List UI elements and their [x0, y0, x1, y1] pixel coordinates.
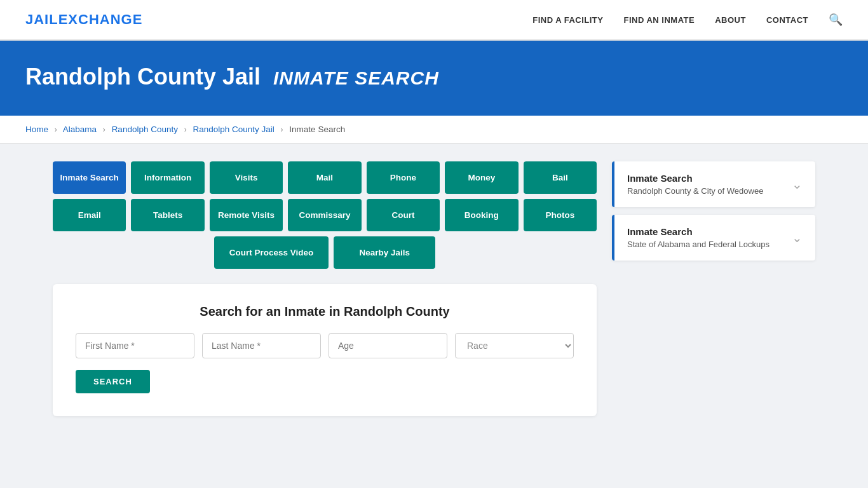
chevron-down-icon: ⌄ [792, 177, 803, 192]
nav-search-icon[interactable]: 🔍 [829, 13, 843, 27]
hero-title: Randolph County Jail INMATE SEARCH [25, 64, 843, 90]
search-form-card: Search for an Inmate in Randolph County … [53, 284, 597, 416]
sidebar-card-alabama[interactable]: Inmate Search State of Alabama and Feder… [612, 215, 815, 261]
btn-court-process-video[interactable]: Court Process Video [214, 236, 329, 269]
btn-nearby-jails[interactable]: Nearby Jails [334, 236, 435, 269]
sidebar-card-randolph-subtext: Randolph County & City of Wedowee [627, 186, 763, 196]
btn-booking[interactable]: Booking [445, 199, 518, 231]
btn-court[interactable]: Court [367, 199, 440, 231]
search-button[interactable]: SEARCH [76, 370, 150, 393]
btn-commissary[interactable]: Commissary [288, 199, 361, 231]
site-logo[interactable]: JAILEXCHANGE [25, 11, 142, 28]
first-name-input[interactable] [76, 333, 194, 358]
breadcrumb: Home › Alabama › Randolph County › Rando… [0, 116, 868, 144]
logo-jail: JAIL [25, 11, 58, 27]
breadcrumb-randolph[interactable]: Randolph County [112, 125, 178, 134]
logo-exchange: EXCHANGE [58, 11, 143, 27]
btn-bail[interactable]: Bail [524, 161, 597, 194]
btn-visits[interactable]: Visits [210, 161, 283, 194]
breadcrumb-jail[interactable]: Randolph County Jail [193, 125, 274, 134]
sidebar-card-alabama-subtext: State of Alabama and Federal Lockups [627, 240, 770, 249]
sidebar-card-alabama-heading: Inmate Search [627, 226, 770, 237]
sidebar-card-randolph[interactable]: Inmate Search Randolph County & City of … [612, 161, 815, 207]
breadcrumb-sep-1: › [55, 125, 57, 134]
btn-money[interactable]: Money [445, 161, 518, 194]
chevron-down-icon-2: ⌄ [792, 230, 803, 245]
nav-buttons-row3: Court Process Video Nearby Jails [53, 236, 597, 269]
hero-banner: Randolph County Jail INMATE SEARCH [0, 41, 868, 116]
race-select[interactable]: Race White Black Hispanic Asian Other [455, 333, 574, 358]
nav-contact[interactable]: CONTACT [766, 14, 808, 25]
btn-remote-visits[interactable]: Remote Visits [210, 199, 283, 231]
nav-links: FIND A FACILITY FIND AN INMATE ABOUT CON… [532, 13, 843, 27]
sidebar-right: Inmate Search Randolph County & City of … [612, 161, 815, 416]
breadcrumb-sep-2: › [103, 125, 105, 134]
sidebar-card-randolph-heading: Inmate Search [627, 173, 763, 184]
search-form-title: Search for an Inmate in Randolph County [76, 304, 574, 319]
hero-title-main: Randolph County Jail [25, 64, 261, 90]
sidebar-card-alabama-text: Inmate Search State of Alabama and Feder… [627, 226, 770, 249]
age-input[interactable] [329, 333, 447, 358]
btn-information[interactable]: Information [131, 161, 204, 194]
btn-mail[interactable]: Mail [288, 161, 361, 194]
nav-find-inmate[interactable]: FIND AN INMATE [623, 14, 695, 25]
content-left: Inmate Search Information Visits Mail Ph… [53, 161, 597, 416]
btn-photos[interactable]: Photos [524, 199, 597, 231]
navbar: JAILEXCHANGE FIND A FACILITY FIND AN INM… [0, 0, 868, 41]
last-name-input[interactable] [202, 333, 321, 358]
btn-email[interactable]: Email [53, 199, 126, 231]
breadcrumb-sep-3: › [184, 125, 187, 134]
nav-buttons-row2: Email Tablets Remote Visits Commissary C… [53, 199, 597, 231]
search-icon[interactable]: 🔍 [829, 13, 843, 26]
breadcrumb-current: Inmate Search [289, 125, 345, 134]
nav-about[interactable]: ABOUT [715, 14, 746, 25]
search-inputs: Race White Black Hispanic Asian Other [76, 333, 574, 358]
sidebar-card-randolph-text: Inmate Search Randolph County & City of … [627, 173, 763, 196]
btn-inmate-search[interactable]: Inmate Search [53, 161, 126, 194]
hero-title-italic: INMATE SEARCH [273, 67, 439, 88]
breadcrumb-home[interactable]: Home [25, 125, 48, 134]
breadcrumb-alabama[interactable]: Alabama [63, 125, 97, 134]
btn-tablets[interactable]: Tablets [131, 199, 204, 231]
main-wrapper: Inmate Search Information Visits Mail Ph… [27, 161, 841, 416]
breadcrumb-sep-4: › [281, 125, 283, 134]
nav-find-facility[interactable]: FIND A FACILITY [532, 14, 603, 25]
nav-buttons-row1: Inmate Search Information Visits Mail Ph… [53, 161, 597, 194]
btn-phone[interactable]: Phone [367, 161, 440, 194]
